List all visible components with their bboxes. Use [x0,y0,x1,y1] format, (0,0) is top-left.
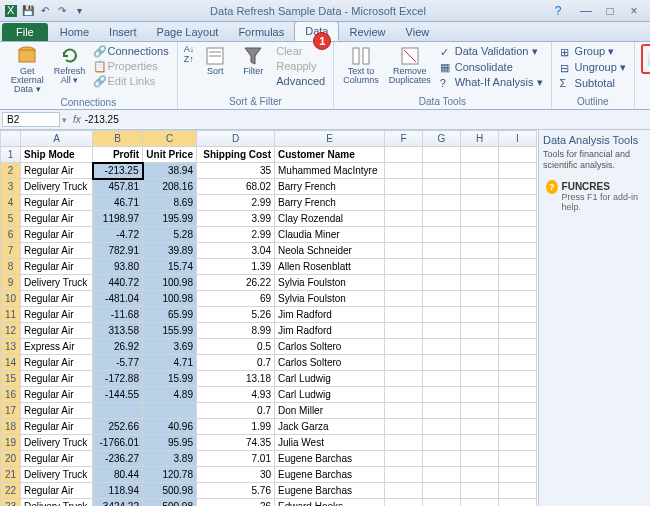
cell-I22[interactable] [499,483,537,499]
cell-G8[interactable] [423,259,461,275]
cell-F17[interactable] [385,403,423,419]
cell-B13[interactable]: 26.92 [93,339,143,355]
row-header-2[interactable]: 2 [1,163,21,179]
header-cell-B[interactable]: Profit [93,147,143,163]
cell-G5[interactable] [423,211,461,227]
advanced-button[interactable]: Advanced [274,74,327,88]
col-header-C[interactable]: C [143,131,197,147]
cell-E20[interactable]: Eugene Barchas [275,451,385,467]
spreadsheet-grid[interactable]: ABCDEFGHI1Ship ModeProfitUnit PriceShipp… [0,130,538,506]
cell-E9[interactable]: Sylvia Foulston [275,275,385,291]
cell-C2[interactable]: 38.94 [143,163,197,179]
cell-H21[interactable] [461,467,499,483]
sort-button[interactable]: Sort [198,44,232,78]
cell-A4[interactable]: Regular Air [21,195,93,211]
row-header-23[interactable]: 23 [1,499,21,507]
cell-I10[interactable] [499,291,537,307]
cell-D21[interactable]: 30 [197,467,275,483]
row-header-17[interactable]: 17 [1,403,21,419]
cell-G13[interactable] [423,339,461,355]
cell-D13[interactable]: 0.5 [197,339,275,355]
cell-G7[interactable] [423,243,461,259]
cell-H3[interactable] [461,179,499,195]
cell-D11[interactable]: 5.26 [197,307,275,323]
cell-F11[interactable] [385,307,423,323]
cell-H15[interactable] [461,371,499,387]
cell-C15[interactable]: 15.99 [143,371,197,387]
row-header-16[interactable]: 16 [1,387,21,403]
cell-I4[interactable] [499,195,537,211]
cell-B3[interactable]: 457.81 [93,179,143,195]
row-header-6[interactable]: 6 [1,227,21,243]
cell-A15[interactable]: Regular Air [21,371,93,387]
col-header-H[interactable]: H [461,131,499,147]
cell-H6[interactable] [461,227,499,243]
consolidate-button[interactable]: ▦Consolidate [438,60,545,74]
row-header-12[interactable]: 12 [1,323,21,339]
cell-A6[interactable]: Regular Air [21,227,93,243]
cell-D17[interactable]: 0.7 [197,403,275,419]
cell-H17[interactable] [461,403,499,419]
cell-B22[interactable]: 118.94 [93,483,143,499]
cell-A22[interactable]: Regular Air [21,483,93,499]
col-header-E[interactable]: E [275,131,385,147]
cell-F15[interactable] [385,371,423,387]
col-header-B[interactable]: B [93,131,143,147]
cell-E6[interactable]: Claudia Miner [275,227,385,243]
tab-formulas[interactable]: Formulas [228,23,294,41]
cell-C23[interactable]: 500.98 [143,499,197,507]
connections-button[interactable]: 🔗Connections [91,44,171,58]
cell-A14[interactable]: Regular Air [21,355,93,371]
fx-icon[interactable]: fx [73,114,81,125]
row-header-9[interactable]: 9 [1,275,21,291]
cell-A7[interactable]: Regular Air [21,243,93,259]
cell-H14[interactable] [461,355,499,371]
cell-D20[interactable]: 7.01 [197,451,275,467]
subtotal-button[interactable]: ΣSubtotal [558,76,628,90]
cell-G22[interactable] [423,483,461,499]
remove-duplicates-button[interactable]: Remove Duplicates [386,44,434,87]
get-external-data-button[interactable]: Get External Data ▾ [6,44,49,96]
cell-E7[interactable]: Neola Schneider [275,243,385,259]
cell-D14[interactable]: 0.7 [197,355,275,371]
cell-B4[interactable]: 46.71 [93,195,143,211]
cell-G9[interactable] [423,275,461,291]
cell-C12[interactable]: 155.99 [143,323,197,339]
cell-F2[interactable] [385,163,423,179]
cell-H7[interactable] [461,243,499,259]
cell-E10[interactable]: Sylvia Foulston [275,291,385,307]
cell-C5[interactable]: 195.99 [143,211,197,227]
cell-D5[interactable]: 3.99 [197,211,275,227]
row-header-8[interactable]: 8 [1,259,21,275]
header-cell-F[interactable] [385,147,423,163]
cell-I3[interactable] [499,179,537,195]
cell-C19[interactable]: 95.95 [143,435,197,451]
tab-review[interactable]: Review [339,23,395,41]
cell-D22[interactable]: 5.76 [197,483,275,499]
cell-F7[interactable] [385,243,423,259]
cell-I8[interactable] [499,259,537,275]
cell-I11[interactable] [499,307,537,323]
cell-C7[interactable]: 39.89 [143,243,197,259]
cell-H10[interactable] [461,291,499,307]
reapply-button[interactable]: Reapply [274,59,327,73]
tab-home[interactable]: Home [50,23,99,41]
col-header-I[interactable]: I [499,131,537,147]
cell-G11[interactable] [423,307,461,323]
cell-H2[interactable] [461,163,499,179]
ungroup-button[interactable]: ⊟Ungroup ▾ [558,60,628,75]
cell-G4[interactable] [423,195,461,211]
col-header-D[interactable]: D [197,131,275,147]
cell-E15[interactable]: Carl Ludwig [275,371,385,387]
cell-B14[interactable]: -5.77 [93,355,143,371]
cell-F19[interactable] [385,435,423,451]
cell-I19[interactable] [499,435,537,451]
cell-E11[interactable]: Jim Radford [275,307,385,323]
cell-D23[interactable]: 26 [197,499,275,507]
cell-I2[interactable] [499,163,537,179]
cell-H4[interactable] [461,195,499,211]
cell-G10[interactable] [423,291,461,307]
tab-insert[interactable]: Insert [99,23,147,41]
header-cell-E[interactable]: Customer Name [275,147,385,163]
cell-E3[interactable]: Barry French [275,179,385,195]
